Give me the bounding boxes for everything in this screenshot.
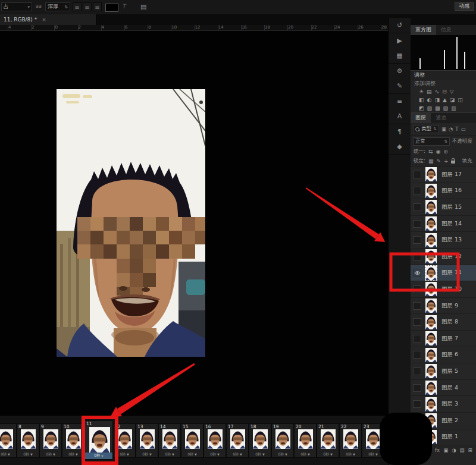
layer-filter-icon[interactable]: T bbox=[455, 126, 458, 132]
frame-delay-control[interactable]: 0秒 ▼ bbox=[340, 451, 361, 457]
lock-option-icon[interactable]: ✎ bbox=[436, 158, 441, 164]
frame-delay-control[interactable]: 0秒 ▼ bbox=[317, 451, 339, 457]
frame-delay-control[interactable]: 0秒 ▼ bbox=[227, 451, 248, 457]
unify-icon[interactable]: ◉ bbox=[436, 149, 440, 155]
layer-row[interactable]: 图层 12 bbox=[411, 249, 476, 265]
adjustment-icon[interactable]: ◧ bbox=[419, 97, 424, 103]
anti-alias-select[interactable]: 浑厚 ⇅ bbox=[45, 2, 70, 11]
visibility-toggle[interactable] bbox=[413, 236, 421, 244]
blend-mode-select[interactable]: 正常 ⇅ bbox=[413, 137, 450, 146]
layer-row[interactable]: 图层 14 bbox=[411, 216, 476, 232]
timeline-frame[interactable]: 9 0秒 ▼ bbox=[39, 423, 62, 458]
frame-delay-control[interactable]: 0秒 ▼ bbox=[114, 451, 135, 457]
visibility-toggle[interactable] bbox=[413, 318, 421, 326]
visibility-toggle[interactable] bbox=[413, 187, 421, 194]
layers-footer-icon[interactable]: ◑ bbox=[452, 447, 456, 453]
layer-row[interactable]: 图层 9 bbox=[411, 298, 476, 315]
timeline-frame[interactable]: 14 0秒 ▼ bbox=[158, 423, 181, 458]
layer-row[interactable]: 图层 7 bbox=[411, 331, 476, 347]
timeline-frame[interactable]: 13 0秒 ▼ bbox=[136, 423, 158, 458]
layer-row[interactable]: 图层 11 bbox=[411, 265, 476, 282]
adjustment-icon[interactable]: ◫ bbox=[458, 97, 463, 103]
adjustment-icon[interactable]: ◩ bbox=[419, 105, 424, 111]
frame-delay-control[interactable]: 0秒 ▼ bbox=[85, 453, 112, 459]
document-tab[interactable]: 11, RGB/8) * × bbox=[0, 14, 96, 25]
frame-delay-control[interactable]: 0秒 ▼ bbox=[17, 451, 39, 457]
layers-footer-icon[interactable]: fx bbox=[435, 447, 440, 453]
visibility-toggle[interactable] bbox=[413, 269, 421, 277]
adjustment-icon[interactable]: ∿ bbox=[435, 89, 440, 95]
layer-row[interactable]: 图层 6 bbox=[411, 347, 476, 364]
layer-filter-icon[interactable]: ▣ bbox=[441, 126, 446, 132]
visibility-toggle[interactable] bbox=[413, 302, 421, 310]
visibility-toggle[interactable] bbox=[413, 384, 421, 392]
layer-filter-select[interactable]: 类型 ⇅ bbox=[413, 125, 439, 133]
timeline-frame[interactable]: 7 0秒 ▼ bbox=[0, 423, 17, 458]
frame-delay-control[interactable]: 0秒 ▼ bbox=[136, 451, 158, 457]
visibility-toggle[interactable] bbox=[413, 335, 421, 343]
layer-row[interactable]: 图层 5 bbox=[411, 363, 476, 380]
adjustment-icon[interactable]: ▨ bbox=[427, 105, 433, 111]
adjustment-icon[interactable]: ▲ bbox=[443, 97, 447, 103]
frame-delay-control[interactable]: 0秒 ▼ bbox=[0, 451, 16, 457]
timeline-frame[interactable]: 22 0秒 ▼ bbox=[339, 423, 362, 458]
tab-layers[interactable]: 图层 bbox=[411, 113, 431, 123]
visibility-toggle[interactable] bbox=[413, 400, 421, 408]
text-align-icon[interactable]: ≡ bbox=[83, 2, 92, 11]
adjustment-icon[interactable]: ▧ bbox=[443, 105, 449, 111]
layer-row[interactable]: 图层 13 bbox=[411, 232, 476, 249]
layer-filter-icon[interactable]: ◔ bbox=[449, 126, 453, 132]
frame-delay-control[interactable]: 0秒 ▼ bbox=[181, 451, 203, 457]
timeline-frame[interactable]: 15 0秒 ▼ bbox=[181, 423, 203, 458]
unify-icon[interactable]: ⇆ bbox=[428, 149, 433, 155]
adjustment-icon[interactable]: ◨ bbox=[434, 97, 440, 103]
adjustment-icon[interactable]: ◪ bbox=[450, 97, 455, 103]
visibility-toggle[interactable] bbox=[413, 285, 421, 293]
layers-footer-icon[interactable]: ▤ bbox=[460, 447, 465, 453]
timeline-frame[interactable]: 10 0秒 ▼ bbox=[62, 423, 84, 458]
toggle-panels-icon[interactable]: ▤ bbox=[140, 3, 146, 11]
tool-preset-picker[interactable]: 占 ▾ bbox=[1, 2, 32, 11]
timeline-frame[interactable]: 17 0秒 ▼ bbox=[226, 423, 249, 458]
timeline-frame[interactable]: 11 0秒 ▼ bbox=[84, 420, 113, 460]
lock-all-icon[interactable] bbox=[451, 161, 455, 164]
layer-row[interactable]: 图层 15 bbox=[411, 199, 476, 216]
lock-option-icon[interactable]: ▦ bbox=[428, 158, 434, 164]
frame-delay-control[interactable]: 0秒 ▼ bbox=[249, 451, 271, 457]
timeline-frame[interactable]: 21 0秒 ▼ bbox=[317, 423, 339, 458]
text-align-icon[interactable]: ≡ bbox=[73, 2, 82, 11]
adjustment-icon[interactable]: ◐ bbox=[427, 97, 432, 103]
warp-text-icon[interactable]: T bbox=[122, 3, 126, 10]
timeline-frame[interactable]: 12 0秒 ▼ bbox=[113, 423, 136, 458]
layer-row[interactable]: 图层 8 bbox=[411, 314, 476, 331]
timeline-frame[interactable]: 16 0秒 ▼ bbox=[203, 423, 226, 458]
visibility-toggle[interactable] bbox=[413, 367, 421, 375]
layer-row[interactable]: 图层 16 bbox=[411, 183, 476, 200]
adjustment-icon[interactable]: ⊟ bbox=[442, 89, 447, 95]
layers-footer-icon[interactable]: ⊞ bbox=[468, 447, 472, 453]
adjustment-icon[interactable]: ▽ bbox=[450, 89, 454, 95]
layers-footer-icon[interactable]: ▣ bbox=[443, 447, 448, 453]
text-align-icon[interactable]: ≡ bbox=[93, 2, 102, 11]
tab-histogram[interactable]: 直方图 bbox=[411, 25, 436, 35]
frame-delay-control[interactable]: 0秒 ▼ bbox=[62, 451, 84, 457]
layer-row[interactable]: 图层 4 bbox=[411, 380, 476, 397]
workspace-switcher[interactable]: 动感 bbox=[455, 2, 474, 11]
layer-row[interactable]: 图层 10 bbox=[411, 281, 476, 298]
unify-icon[interactable]: ⊕ bbox=[443, 149, 448, 155]
text-color-swatch[interactable] bbox=[105, 4, 118, 12]
close-icon[interactable]: × bbox=[42, 17, 46, 23]
timeline-frame[interactable]: 18 0秒 ▼ bbox=[249, 423, 271, 458]
canvas-area[interactable] bbox=[0, 31, 388, 415]
adjustment-icon[interactable]: ☀ bbox=[419, 89, 424, 95]
timeline-frame[interactable]: 20 0秒 ▼ bbox=[294, 423, 317, 458]
tab-info[interactable]: 信息 bbox=[436, 25, 456, 35]
visibility-toggle[interactable] bbox=[413, 253, 421, 260]
visibility-toggle[interactable] bbox=[413, 171, 421, 178]
lock-option-icon[interactable]: + bbox=[444, 158, 449, 164]
frame-delay-control[interactable]: 0秒 ▼ bbox=[272, 451, 293, 457]
visibility-toggle[interactable] bbox=[413, 220, 421, 228]
frame-delay-control[interactable]: 0秒 ▼ bbox=[295, 451, 316, 457]
frame-delay-control[interactable]: 0秒 ▼ bbox=[204, 451, 226, 457]
layer-filter-icon[interactable]: ▭ bbox=[461, 126, 466, 132]
